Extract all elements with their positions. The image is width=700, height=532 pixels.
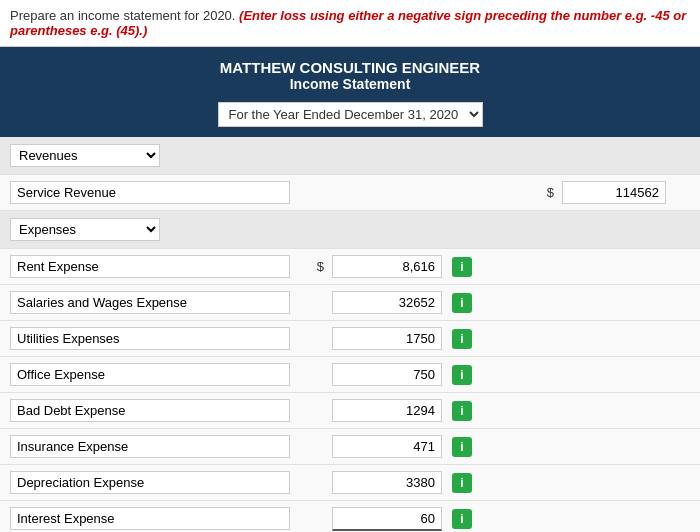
revenues-row: Revenues xyxy=(0,137,700,175)
expense-label-4[interactable] xyxy=(10,399,290,422)
table-section: Revenues $ Expenses $ i xyxy=(0,137,700,532)
company-name: MATTHEW CONSULTING ENGINEER xyxy=(10,59,690,76)
info-icon-3[interactable]: i xyxy=(452,365,472,385)
statement-title: Income Statement xyxy=(10,76,690,92)
expense-row-7: i xyxy=(0,501,700,532)
info-icon-7[interactable]: i xyxy=(452,509,472,529)
revenues-select[interactable]: Revenues xyxy=(10,144,160,167)
service-revenue-dollar: $ xyxy=(540,185,558,200)
expense-row-3: i xyxy=(0,357,700,393)
expense-row-0: $ i xyxy=(0,249,700,285)
service-revenue-row: $ xyxy=(0,175,700,211)
expense-label-0[interactable] xyxy=(10,255,290,278)
expense-dollar-0: $ xyxy=(310,259,328,274)
expense-row-6: i xyxy=(0,465,700,501)
info-icon-1[interactable]: i xyxy=(452,293,472,313)
info-icon-2[interactable]: i xyxy=(452,329,472,349)
year-row: For the Year Ended December 31, 2020 xyxy=(0,102,700,137)
info-icon-0[interactable]: i xyxy=(452,257,472,277)
expense-label-6[interactable] xyxy=(10,471,290,494)
expense-label-1[interactable] xyxy=(10,291,290,314)
expense-row-5: i xyxy=(0,429,700,465)
expenses-row: Expenses xyxy=(0,211,700,249)
expense-row-4: i xyxy=(0,393,700,429)
year-select[interactable]: For the Year Ended December 31, 2020 xyxy=(218,102,483,127)
expense-row-2: i xyxy=(0,321,700,357)
expense-value-5[interactable] xyxy=(332,435,442,458)
info-icon-4[interactable]: i xyxy=(452,401,472,421)
instruction-text: Prepare an income statement for 2020. xyxy=(10,8,235,23)
expense-label-2[interactable] xyxy=(10,327,290,350)
expense-label-7[interactable] xyxy=(10,507,290,530)
expense-value-2[interactable] xyxy=(332,327,442,350)
service-revenue-label-input[interactable] xyxy=(10,181,290,204)
info-icon-5[interactable]: i xyxy=(452,437,472,457)
expense-row-1: i xyxy=(0,285,700,321)
service-revenue-input[interactable] xyxy=(562,181,666,204)
info-icon-6[interactable]: i xyxy=(452,473,472,493)
expense-value-4[interactable] xyxy=(332,399,442,422)
expense-value-0[interactable] xyxy=(332,255,442,278)
expense-value-3[interactable] xyxy=(332,363,442,386)
expense-label-5[interactable] xyxy=(10,435,290,458)
expense-value-7[interactable] xyxy=(332,507,442,531)
expense-label-3[interactable] xyxy=(10,363,290,386)
expense-value-6[interactable] xyxy=(332,471,442,494)
instruction-bar: Prepare an income statement for 2020. (E… xyxy=(0,0,700,47)
expenses-select[interactable]: Expenses xyxy=(10,218,160,241)
header-section: MATTHEW CONSULTING ENGINEER Income State… xyxy=(0,47,700,102)
expense-value-1[interactable] xyxy=(332,291,442,314)
